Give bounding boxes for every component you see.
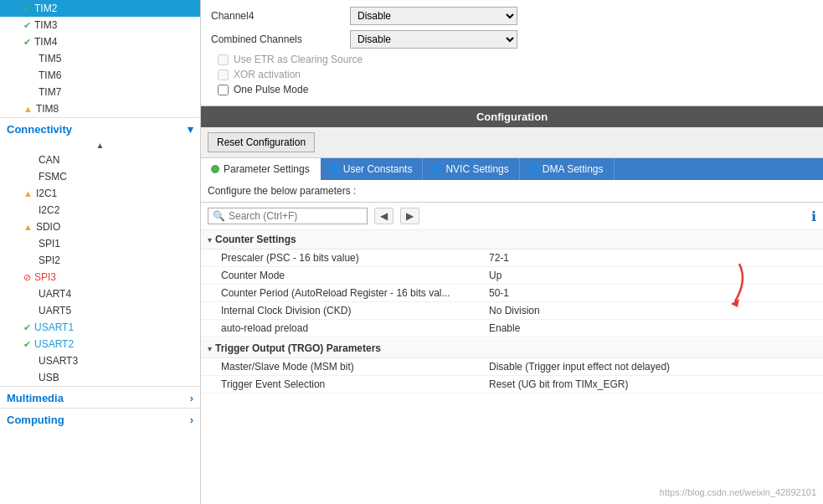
- param-name: Master/Slave Mode (MSM bit): [221, 361, 489, 373]
- sidebar-item-label: UART5: [39, 305, 71, 316]
- one-pulse-checkbox[interactable]: [218, 85, 229, 95]
- nav-prev-button[interactable]: ◀: [374, 208, 393, 224]
- tab-dma-settings[interactable]: DMA Settings: [520, 158, 615, 180]
- xor-checkbox[interactable]: [218, 69, 229, 80]
- combined-channels-label: Combined Channels: [211, 33, 345, 45]
- check-icon: ✔: [23, 3, 31, 14]
- sidebar-item-label: FSMC: [39, 171, 67, 183]
- sidebar-item-USB[interactable]: USB: [0, 369, 200, 386]
- sidebar-item-UART5[interactable]: UART5: [0, 302, 200, 319]
- table-row: Prescaler (PSC - 16 bits value) 72-1: [201, 249, 823, 267]
- table-row: Trigger Event Selection Reset (UG bit fr…: [201, 376, 823, 393]
- counter-settings-group: ▾ Counter Settings Prescaler (PSC - 16 b…: [201, 230, 823, 337]
- sidebar-item-label: TIM5: [39, 53, 61, 64]
- param-name: auto-reload preload: [221, 322, 489, 334]
- sidebar-item-SPI2[interactable]: SPI2: [0, 252, 200, 269]
- table-row: auto-reload preload Enable: [201, 320, 823, 337]
- sidebar-item-TIM3[interactable]: ✔ TIM3: [0, 17, 200, 33]
- computing-label: Computing: [7, 414, 64, 426]
- combined-channels-row: Combined Channels Disable Enable: [211, 30, 813, 49]
- chevron-right-icon: ›: [190, 414, 193, 426]
- sidebar-item-label: USB: [39, 372, 59, 383]
- sidebar-item-TIM2[interactable]: ✔ TIM2: [0, 0, 200, 17]
- warn-icon: ▲: [23, 188, 33, 198]
- check-icon: ✔: [23, 339, 31, 350]
- sidebar-item-label: TIM2: [34, 3, 57, 14]
- sidebar-item-TIM4[interactable]: ✔ TIM4: [0, 33, 200, 50]
- param-name: Trigger Event Selection: [221, 378, 489, 390]
- tab-dot-blue: [530, 165, 538, 173]
- tab-label: User Constants: [343, 163, 413, 175]
- tab-label: DMA Settings: [543, 163, 604, 175]
- tab-dot-blue: [433, 165, 441, 173]
- sidebar-item-label: TIM7: [39, 86, 61, 98]
- search-input[interactable]: [229, 210, 363, 222]
- table-row: Internal Clock Division (CKD) No Divisio…: [201, 302, 823, 320]
- scroll-up-arrow: ▲: [0, 139, 200, 152]
- sidebar-item-CAN[interactable]: CAN: [0, 152, 200, 168]
- sidebar-item-SDIO[interactable]: ▲ SDIO: [0, 219, 200, 235]
- check-icon: ✔: [23, 322, 31, 333]
- use-etr-label: Use ETR as Clearing Source: [234, 54, 363, 65]
- param-name: Prescaler (PSC - 16 bits value): [221, 252, 489, 264]
- table-row: Counter Mode Up: [201, 267, 823, 285]
- multimedia-section-header[interactable]: Multimedia ›: [0, 386, 200, 408]
- check-icon: ✔: [23, 20, 31, 31]
- counter-settings-header[interactable]: ▾ Counter Settings: [201, 230, 823, 249]
- sidebar-item-TIM5[interactable]: TIM5: [0, 50, 200, 67]
- sidebar-item-FSMC[interactable]: FSMC: [0, 168, 200, 185]
- sidebar-item-TIM7[interactable]: TIM7: [0, 84, 200, 100]
- use-etr-checkbox[interactable]: [218, 54, 229, 65]
- tab-nvic-settings[interactable]: NVIC Settings: [423, 158, 519, 180]
- tab-user-constants[interactable]: User Constants: [321, 158, 424, 180]
- sidebar-item-label: I2C2: [39, 204, 59, 216]
- sidebar-item-label: SPI3: [34, 271, 56, 283]
- reset-config-button[interactable]: Reset Configuration: [208, 132, 315, 152]
- connectivity-items: CAN FSMC ▲ I2C1 I2C2 ▲ SDIO SPI1 SPI2 ⊘ …: [0, 152, 200, 386]
- sidebar-item-I2C1[interactable]: ▲ I2C1: [0, 185, 200, 202]
- tab-dot-blue: [331, 165, 339, 173]
- collapse-icon: ▾: [208, 235, 212, 244]
- computing-section-header[interactable]: Computing ›: [0, 408, 200, 429]
- search-input-wrap: 🔍: [208, 208, 368, 224]
- trigger-output-header[interactable]: ▾ Trigger Output (TRGO) Parameters: [201, 339, 823, 358]
- tab-label: Parameter Settings: [224, 163, 310, 175]
- sidebar-item-USART1[interactable]: ✔ USART1: [0, 319, 200, 336]
- sidebar-item-I2C2[interactable]: I2C2: [0, 202, 200, 219]
- warn-icon: ▲: [23, 104, 33, 114]
- trigger-output-label: Trigger Output (TRGO) Parameters: [215, 342, 381, 354]
- xor-label: XOR activation: [234, 69, 301, 80]
- channel4-label: Channel4: [211, 10, 345, 22]
- combined-channels-select[interactable]: Disable Enable: [350, 30, 517, 49]
- nav-next-button[interactable]: ▶: [400, 208, 419, 224]
- sidebar-item-UART4[interactable]: UART4: [0, 285, 200, 302]
- warn-icon: ▲: [23, 222, 33, 232]
- param-value: Reset (UG bit from TIMx_EGR): [489, 378, 816, 390]
- tab-dot-green: [211, 165, 219, 173]
- connectivity-section-header[interactable]: Connectivity ▾: [0, 117, 200, 139]
- sidebar-item-TIM6[interactable]: TIM6: [0, 67, 200, 84]
- trigger-output-group: ▾ Trigger Output (TRGO) Parameters Maste…: [201, 339, 823, 393]
- sidebar-item-label: TIM6: [39, 69, 61, 81]
- sidebar-item-TIM8[interactable]: ▲ TIM8: [0, 100, 200, 117]
- param-value: 72-1: [489, 252, 816, 264]
- sidebar-item-USART3[interactable]: USART3: [0, 352, 200, 369]
- collapse-icon: ▾: [208, 344, 212, 353]
- config-panel: Configuration Reset Configuration Parame…: [201, 106, 823, 504]
- sidebar-item-SPI1[interactable]: SPI1: [0, 235, 200, 252]
- connectivity-label: Connectivity: [7, 123, 72, 136]
- param-name: Internal Clock Division (CKD): [221, 305, 489, 316]
- param-name: Counter Period (AutoReload Register - 16…: [221, 287, 489, 299]
- search-row: 🔍 ◀ ▶ ℹ: [201, 203, 823, 230]
- sidebar-item-label: TIM8: [36, 103, 59, 115]
- one-pulse-label: One Pulse Mode: [234, 84, 308, 95]
- sidebar-item-SPI3[interactable]: ⊘ SPI3: [0, 269, 200, 285]
- param-value: 50-1: [489, 287, 816, 299]
- param-value: Disable (Trigger input effect not delaye…: [489, 361, 816, 373]
- tab-parameter-settings[interactable]: Parameter Settings: [201, 158, 321, 180]
- table-row: Master/Slave Mode (MSM bit) Disable (Tri…: [201, 358, 823, 376]
- channel4-select[interactable]: Disable Enable: [350, 7, 517, 25]
- error-icon: ⊘: [23, 272, 31, 283]
- sidebar-item-USART2[interactable]: ✔ USART2: [0, 336, 200, 352]
- sidebar: ✔ TIM2 ✔ TIM3 ✔ TIM4 TIM5 TIM6 TIM7 ▲ TI…: [0, 0, 201, 504]
